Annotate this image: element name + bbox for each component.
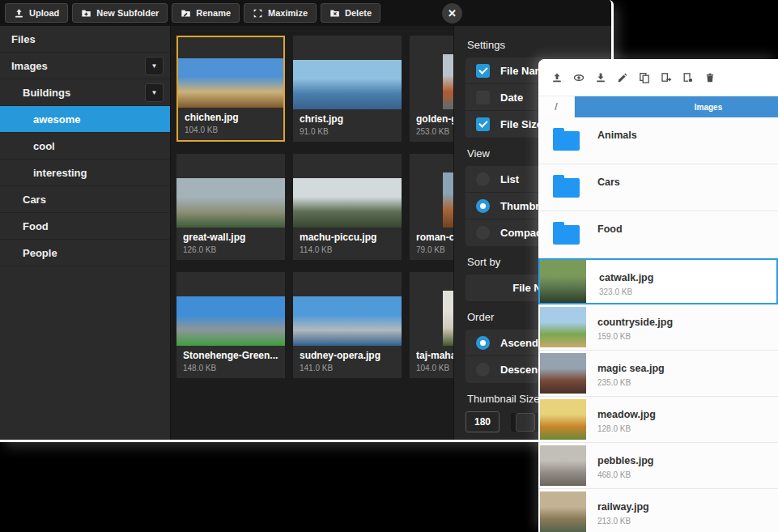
- toolbar-button-label: Delete: [345, 8, 372, 18]
- file-size: 148.0 KB: [183, 364, 278, 372]
- paste-icon[interactable]: [682, 72, 694, 83]
- sidebar-item-label: People: [23, 247, 57, 259]
- file-row[interactable]: railway.jpg213.0 KB: [538, 489, 778, 532]
- file-name: pebbles.jpg: [597, 455, 653, 466]
- folder-row-cars[interactable]: Cars: [538, 164, 778, 211]
- image-thumbnail: [540, 353, 586, 394]
- file-row[interactable]: meadow.jpg128.0 KB: [538, 397, 778, 443]
- folder-icon: [553, 131, 580, 151]
- file-name: Stonehenge-Green....: [183, 350, 278, 361]
- sidebar-item-people[interactable]: People: [0, 240, 170, 266]
- upload-icon: [14, 8, 24, 19]
- radio-icon[interactable]: [476, 226, 490, 240]
- file-row[interactable]: pebbles.jpg468.0 KB: [538, 443, 778, 489]
- file-size: 213.0 KB: [597, 517, 631, 526]
- checkbox-checked-icon[interactable]: [476, 117, 490, 131]
- toolbar-button-label: Rename: [196, 8, 231, 18]
- file-name: catwalk.jpg: [599, 272, 653, 283]
- radio-selected-icon[interactable]: [476, 199, 490, 213]
- grid-tile[interactable]: chichen.jpg104.0 KB: [176, 36, 285, 142]
- sidebar-item-cars[interactable]: Cars: [0, 186, 170, 213]
- checkbox-icon[interactable]: [476, 91, 490, 104]
- chevron-down-icon[interactable]: ▼: [145, 57, 164, 75]
- file-row[interactable]: countryside.jpg159.0 KB: [538, 304, 778, 351]
- grid-tile[interactable]: machu-piccu.jpg114.0 KB: [293, 154, 402, 260]
- folder-row-animals[interactable]: Animals: [538, 117, 778, 164]
- rename-button[interactable]: Rename: [172, 3, 240, 23]
- file-row[interactable]: magic sea.jpg235.0 KB: [538, 351, 778, 397]
- thumbnail-size-input[interactable]: 180: [466, 411, 500, 432]
- close-button[interactable]: ✕: [442, 3, 462, 23]
- file-name: chichen.jpg: [185, 112, 277, 123]
- maximize-button[interactable]: Maximize: [244, 3, 317, 23]
- rename-icon[interactable]: [617, 72, 628, 83]
- tile-caption: Stonehenge-Green....148.0 KB: [176, 346, 285, 378]
- sidebar-item-awesome[interactable]: awesome: [0, 106, 170, 133]
- upload-button[interactable]: Upload: [5, 3, 68, 23]
- folder-edit-icon: [181, 8, 191, 19]
- new-subfolder-button[interactable]: New Subfolder: [72, 3, 168, 23]
- grid-tile[interactable]: christ.jpg91.0 KB: [293, 36, 402, 142]
- settings-title: Settings: [467, 39, 611, 51]
- toolbar-button-label: Maximize: [268, 8, 308, 18]
- tile-caption: sudney-opera.jpg141.0 KB: [293, 346, 402, 378]
- folder-plus-icon: [81, 8, 91, 19]
- checkbox-label: File Size: [500, 118, 542, 130]
- sidebar-item-cool[interactable]: cool: [0, 133, 170, 160]
- file-list: AnimalsCarsFoodcatwalk.jpg323.0 KBcountr…: [538, 117, 778, 532]
- download-icon[interactable]: [595, 72, 606, 83]
- upload-icon[interactable]: [551, 72, 563, 83]
- image-thumbnail: [176, 296, 285, 346]
- delete-icon[interactable]: [704, 72, 716, 83]
- sidebar-item-food[interactable]: Food: [0, 213, 170, 240]
- preview-icon[interactable]: [573, 72, 585, 83]
- folder-icon: [553, 178, 580, 198]
- folder-tree-sidebar: FilesImages▼Buildings▼awesomecoolinteres…: [0, 26, 171, 440]
- grid-tile[interactable]: Stonehenge-Green....148.0 KB: [176, 272, 285, 378]
- file-size: 235.0 KB: [597, 378, 631, 387]
- file-name: great-wall.jpg: [183, 232, 278, 243]
- grid-tile[interactable]: sudney-opera.jpg141.0 KB: [293, 272, 402, 378]
- delete-button[interactable]: Delete: [321, 3, 380, 23]
- file-size: 126.0 KB: [183, 245, 278, 254]
- radio-icon[interactable]: [476, 363, 490, 377]
- grid-tile[interactable]: great-wall.jpg126.0 KB: [176, 154, 285, 260]
- light-toolbar: [538, 59, 778, 96]
- file-name: machu-piccu.jpg: [300, 232, 395, 243]
- folder-row-food[interactable]: Food: [538, 211, 778, 258]
- image-thumbnail: [293, 296, 402, 346]
- image-thumbnail: [293, 178, 402, 228]
- file-name: christ.jpg: [300, 113, 395, 125]
- radio-icon[interactable]: [476, 172, 490, 186]
- sidebar-item-files[interactable]: Files: [0, 26, 170, 53]
- sidebar-item-label: Files: [11, 33, 36, 45]
- sidebar-item-label: Buildings: [23, 87, 70, 99]
- radio-selected-icon[interactable]: [476, 336, 490, 350]
- sidebar-item-images[interactable]: Images▼: [0, 53, 170, 79]
- file-size: 91.0 KB: [300, 127, 395, 136]
- file-row[interactable]: catwalk.jpg323.0 KB: [538, 258, 778, 304]
- folder-delete-icon: [329, 8, 340, 19]
- chevron-down-icon[interactable]: ▼: [145, 83, 164, 102]
- sidebar-item-label: Food: [23, 220, 49, 232]
- file-size: 141.0 KB: [300, 364, 395, 372]
- sidebar-item-label: Cars: [23, 194, 46, 206]
- sidebar-item-buildings[interactable]: Buildings▼: [0, 79, 170, 106]
- file-name: magic sea.jpg: [597, 363, 665, 374]
- checkbox-checked-icon[interactable]: [476, 64, 490, 78]
- sidebar-item-label: awesome: [33, 113, 81, 126]
- image-thumbnail: [540, 260, 586, 303]
- dark-toolbar: UploadNew SubfolderRenameMaximizeDelete: [0, 0, 611, 26]
- breadcrumb-current[interactable]: Images: [575, 96, 778, 117]
- tile-caption: machu-piccu.jpg114.0 KB: [293, 228, 402, 260]
- slider-handle-icon[interactable]: [516, 413, 535, 432]
- image-thumbnail: [176, 178, 285, 228]
- image-thumbnail: [540, 307, 586, 347]
- breadcrumb-root[interactable]: /: [538, 96, 575, 117]
- file-size: 104.0 KB: [185, 126, 277, 134]
- move-icon[interactable]: [661, 72, 672, 83]
- light-file-manager-window: / Images AnimalsCarsFoodcatwalk.jpg323.0…: [538, 59, 778, 532]
- radio-label: List: [500, 173, 519, 185]
- copy-icon[interactable]: [639, 72, 650, 83]
- sidebar-item-interesting[interactable]: interesting: [0, 160, 170, 186]
